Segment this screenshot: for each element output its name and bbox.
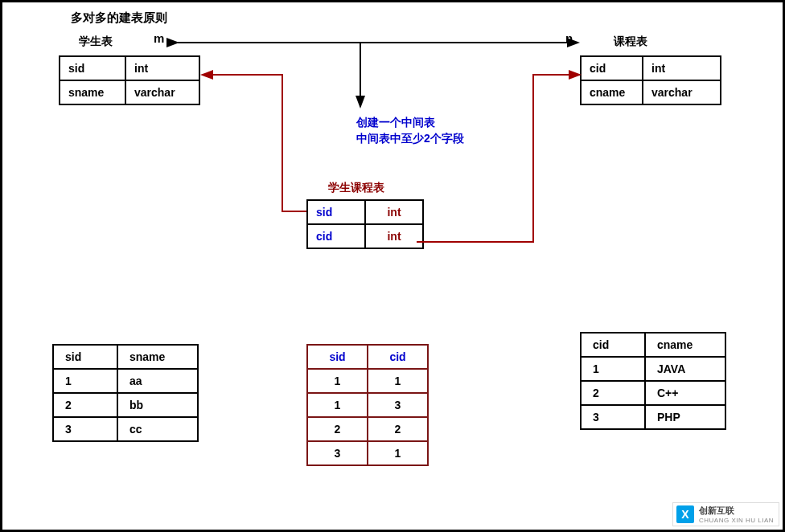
table-row: 2 2 (307, 417, 428, 441)
table-cell: C++ (645, 381, 725, 405)
table-cell: 1 (581, 357, 645, 381)
table-cell: 2 (368, 417, 428, 441)
schema-col-name: sid (60, 56, 125, 80)
schema-col-type: int (643, 56, 721, 80)
table-row: cid int (581, 56, 721, 80)
schema-col-name: cid (581, 56, 643, 80)
table-cell: 1 (368, 441, 428, 465)
table-row: 2 bb (53, 393, 198, 417)
table-row: sid int (60, 56, 199, 80)
table-header-row: sid sname (53, 345, 198, 369)
schema-col-name: sname (60, 80, 125, 104)
schema-col-type: int (125, 56, 199, 80)
table-cell: 3 (307, 441, 368, 465)
junction-data-table: sid cid 1 1 1 3 2 2 3 1 (306, 344, 429, 466)
table-header-row: sid cid (307, 345, 428, 369)
student-schema-table: sid int sname varchar (59, 55, 200, 105)
table-cell: 2 (307, 417, 368, 441)
m-cardinality-label: m (154, 31, 164, 45)
student-table-label: 学生表 (79, 35, 113, 49)
fk-arrow-sid (202, 75, 306, 211)
fk-arrow-cid (417, 75, 580, 242)
junction-schema-table: sid int cid int (306, 199, 424, 249)
table-row: sid int (307, 200, 423, 224)
table-cell: 1 (307, 393, 368, 417)
table-header: cname (645, 333, 725, 357)
watermark-brand-en: CHUANG XIN HU LIAN (699, 517, 774, 524)
table-cell: 2 (581, 381, 645, 405)
watermark-text: 创新互联 CHUANG XIN HU LIAN (699, 505, 774, 524)
junction-note: 创建一个中间表 中间表中至少2个字段 (356, 115, 464, 146)
table-cell: 1 (368, 369, 428, 393)
table-row: cid int (307, 224, 423, 248)
schema-col-name: cid (307, 224, 365, 248)
diagram-stage: 多对多的建表原则 学生表 课程表 m n 学生课程表 创建一个中间表 中间表中至… (0, 0, 785, 532)
table-cell: 3 (53, 417, 117, 441)
table-row: 1 1 (307, 369, 428, 393)
course-table-label: 课程表 (614, 35, 647, 49)
junction-note-line2: 中间表中至少2个字段 (356, 132, 464, 145)
schema-col-type: varchar (643, 80, 721, 104)
table-cell: cc (117, 417, 198, 441)
table-cell: 2 (53, 393, 117, 417)
table-header: cid (368, 345, 428, 369)
table-row: 1 aa (53, 369, 198, 393)
table-row: 3 1 (307, 441, 428, 465)
table-row: 2 C++ (581, 381, 725, 405)
table-cell: 1 (307, 369, 368, 393)
table-row: 1 3 (307, 393, 428, 417)
junction-note-line1: 创建一个中间表 (356, 116, 435, 129)
table-header: sid (307, 345, 368, 369)
table-row: cname varchar (581, 80, 721, 104)
n-cardinality-label: n (565, 31, 573, 45)
schema-col-name: cname (581, 80, 643, 104)
watermark-icon: X (676, 505, 694, 523)
table-cell: 3 (581, 405, 645, 429)
student-data-table: sid sname 1 aa 2 bb 3 cc (52, 344, 199, 442)
table-header: cid (581, 333, 645, 357)
table-cell: aa (117, 369, 198, 393)
course-schema-table: cid int cname varchar (580, 55, 721, 105)
table-row: 3 PHP (581, 405, 725, 429)
table-header-row: cid cname (581, 333, 725, 357)
course-data-table: cid cname 1 JAVA 2 C++ 3 PHP (580, 332, 726, 430)
table-row: 3 cc (53, 417, 198, 441)
table-header: sname (117, 345, 198, 369)
table-cell: PHP (645, 405, 725, 429)
table-header: sid (53, 345, 117, 369)
watermark: X 创新互联 CHUANG XIN HU LIAN (672, 502, 779, 526)
watermark-brand-cn: 创新互联 (699, 505, 774, 517)
schema-col-type: int (365, 224, 423, 248)
table-cell: 3 (368, 393, 428, 417)
table-cell: JAVA (645, 357, 725, 381)
table-row: 1 JAVA (581, 357, 725, 381)
table-row: sname varchar (60, 80, 199, 104)
schema-col-type: varchar (125, 80, 199, 104)
table-cell: bb (117, 393, 198, 417)
schema-col-type: int (365, 200, 423, 224)
diagram-title: 多对多的建表原则 (71, 10, 167, 26)
junction-table-label: 学生课程表 (328, 181, 384, 195)
schema-col-name: sid (307, 200, 365, 224)
table-cell: 1 (53, 369, 117, 393)
